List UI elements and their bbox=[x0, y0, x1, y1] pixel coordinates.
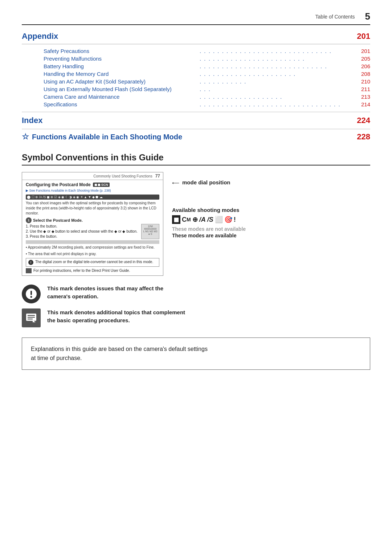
mode-symbol-fs: /S bbox=[207, 216, 213, 224]
mockup-header-num: 77 bbox=[155, 173, 160, 179]
toc-index-title[interactable]: Index bbox=[22, 116, 42, 125]
toc-sub-row: Handling the Memory Card . . . . . . . .… bbox=[22, 70, 370, 78]
toc-sub-row: Safety Precautions . . . . . . . . . . .… bbox=[22, 47, 370, 55]
toc-appendix-section: Appendix 201 Safety Precautions . . . . … bbox=[22, 32, 370, 108]
toc-sub-num-5: 211 bbox=[356, 86, 370, 92]
mode-symbol-cm: CM bbox=[182, 216, 191, 224]
toc-dots-4: . . . . . . . . . . . bbox=[200, 78, 354, 85]
mockup-lcd: 12M 4000x3000 L M1 M2 M3 ● S bbox=[141, 224, 159, 239]
step-num-circle: 1 bbox=[26, 217, 32, 223]
bottom-info-text: Explanations in this guide are based on … bbox=[31, 346, 208, 361]
toc-sub-row: Specifications . . . . . . . . . . . . .… bbox=[22, 101, 370, 108]
mode-symbol-scope: 🎯 bbox=[224, 216, 232, 224]
header-label: Table of Contents bbox=[315, 14, 355, 20]
symbol-conventions-title: Symbol Conventions in this Guide bbox=[22, 152, 370, 165]
mockup-note-text: The digital zoom or the digital tele-con… bbox=[35, 260, 153, 264]
note-box-caution-row: This mark denotes issues that may affect… bbox=[22, 285, 370, 303]
toc-sub-num-7: 214 bbox=[356, 101, 370, 107]
toc-index-num: 224 bbox=[357, 116, 370, 125]
mockup-body: Configuring the Postcard Mode ◼ ◼ SCN ▶ … bbox=[22, 180, 163, 275]
toc-sub-row: Preventing Malfunctions . . . . . . . . … bbox=[22, 55, 370, 62]
mockup-header: Commonly Used Shooting Functions 77 bbox=[22, 172, 163, 180]
toc-sub-title-2[interactable]: Battery Handling bbox=[44, 63, 198, 69]
toc-dots-0: . . . . . . . . . . . . . . . . . . . . … bbox=[200, 48, 354, 54]
toc-sub-row: Battery Handling . . . . . . . . . . . .… bbox=[22, 62, 370, 70]
step-text-3: 3. Press the button. bbox=[26, 234, 139, 239]
toc-sub-title-5[interactable]: Using an Externally Mounted Flash (Sold … bbox=[44, 86, 198, 92]
toc-sub-num-4: 210 bbox=[356, 78, 370, 85]
camera-page-mockup: Commonly Used Shooting Functions 77 Conf… bbox=[22, 172, 163, 276]
annotation-mode-dial-label: mode dial position bbox=[182, 179, 230, 185]
bottom-info-box: Explanations in this guide are based on … bbox=[22, 338, 370, 370]
mockup-mode-badge: ◼ ◼ SCN bbox=[93, 183, 110, 187]
mode-symbol-fa: /A bbox=[199, 216, 206, 224]
svg-point-2 bbox=[30, 296, 32, 298]
toc-sub-title-4[interactable]: Using an AC Adapter Kit (Sold Separately… bbox=[44, 78, 198, 85]
mockup-grey-bar-1 bbox=[26, 240, 159, 244]
header-bar: Table of Contents 5 bbox=[22, 11, 370, 25]
mockup-section-title-text: Configuring the Postcard Mode bbox=[26, 182, 91, 187]
toc-sub-title-6[interactable]: Camera Care and Maintenance bbox=[44, 94, 198, 100]
mode-symbol-rect: ⬜ bbox=[215, 216, 223, 224]
mockup-header-label: Commonly Used Shooting Functions bbox=[93, 174, 152, 178]
caution-text-span: This mark denotes issues that may affect… bbox=[47, 285, 163, 300]
svg-rect-1 bbox=[30, 291, 32, 295]
info-text-span: This mark denotes additional topics that… bbox=[47, 309, 185, 324]
toc-dots-6: . . . . . . . . . . . . . . . . . . . bbox=[200, 94, 354, 100]
mockup-step-note-1: • Approximately 2M recording pixels, and… bbox=[26, 245, 159, 250]
mockup-step-content: 1. Press the button. 2. Use the ◆ or ◆ b… bbox=[26, 224, 159, 239]
mockup-step-note-2: • The area that will not print displays … bbox=[26, 252, 159, 257]
toc-functions-label: Functions Available in Each Shooting Mod… bbox=[32, 133, 182, 141]
toc-appendix-title[interactable]: Appendix bbox=[22, 32, 58, 41]
mockup-mode-icons-row: ⬤ ☐ ⊕ /A /S ◼ ⊕ ☑ ◈ ◉ ☾ ◑ ◈ ◉ ☀ ▲ ▼ ◆ ⬟ … bbox=[26, 195, 159, 200]
toc-sub-num-0: 201 bbox=[356, 48, 370, 54]
annotation-modes-icons: ◼ CM ⊕ /A /S ⬜ 🎯 ! bbox=[172, 215, 370, 224]
info-text: This mark denotes additional topics that… bbox=[47, 308, 185, 325]
toc-dots-7: . . . . . . . . . . . . . . . . . . . . … bbox=[200, 101, 354, 107]
toc-sub-num-3: 208 bbox=[356, 71, 370, 77]
index-divider bbox=[22, 112, 370, 112]
conventions-annotations: ⟵ mode dial position Available shooting … bbox=[172, 172, 370, 276]
annotation-available-modes-label: Available shooting modes bbox=[172, 207, 370, 213]
mockup-section-title: Configuring the Postcard Mode ◼ ◼ SCN bbox=[26, 182, 159, 187]
mockup-caution-icon: ! bbox=[28, 260, 33, 265]
toc-functions-num: 228 bbox=[357, 132, 370, 142]
info-icon bbox=[22, 308, 41, 327]
functions-divider bbox=[22, 129, 370, 129]
mockup-print-row: For printing instructions, refer to the … bbox=[26, 268, 159, 273]
toc-sub-title-3[interactable]: Handling the Memory Card bbox=[44, 71, 198, 77]
toc-sub-title-7[interactable]: Specifications bbox=[44, 101, 198, 107]
toc-functions-title[interactable]: ☆ Functions Available in Each Shooting M… bbox=[22, 132, 182, 142]
info-svg bbox=[25, 312, 37, 324]
toc-sub-num-2: 206 bbox=[356, 63, 370, 69]
page-container: Table of Contents 5 Appendix 201 Safety … bbox=[0, 0, 392, 552]
mockup-step-text: 1. Press the button. 2. Use the ◆ or ◆ b… bbox=[26, 224, 139, 239]
toc-dots-1: . . . . . . . . . . . . . . . . . . . . … bbox=[200, 56, 354, 62]
mockup-see-link: ▶ See Functions Available in Each Shooti… bbox=[26, 188, 159, 193]
toc-dots-2: . . . . . . . . . . . . . . . . . . . . … bbox=[200, 63, 354, 69]
toc-dots-5: . . . bbox=[200, 86, 354, 92]
annotation-modes-block: Available shooting modes ◼ CM ⊕ /A /S ⬜ … bbox=[172, 207, 370, 239]
toc-sub-row: Camera Care and Maintenance . . . . . . … bbox=[22, 93, 370, 101]
toc-sub-row: Using an Externally Mounted Flash (Sold … bbox=[22, 85, 370, 93]
mockup-step-title: 1 Select the Postcard Mode. bbox=[26, 217, 159, 223]
annotation-not-available-label: These modes are not available bbox=[172, 226, 370, 232]
mode-symbol-auto: ◼ bbox=[172, 215, 180, 224]
toc-sub-num-1: 205 bbox=[356, 56, 370, 62]
toc-dots-3: . . . . . . . . . . . . . . . . . . . . … bbox=[200, 71, 354, 77]
toc-sub-title-1[interactable]: Preventing Malfunctions bbox=[44, 56, 198, 62]
toc-sub-row: Using an AC Adapter Kit (Sold Separately… bbox=[22, 78, 370, 85]
mockup-step-title-text: Select the Postcard Mode. bbox=[33, 218, 83, 222]
note-box-info-row: This mark denotes additional topics that… bbox=[22, 308, 370, 327]
step-text-2: 2. Use the ◆ or ◆ button to select and c… bbox=[26, 229, 139, 234]
toc-sub-title-0[interactable]: Safety Precautions bbox=[44, 48, 198, 54]
caution-icon bbox=[22, 285, 41, 303]
caution-text: This mark denotes issues that may affect… bbox=[47, 285, 163, 301]
mode-symbol-excl: ! bbox=[234, 216, 236, 224]
mode-symbol-dial: ⊕ bbox=[192, 216, 198, 224]
arrow-icon-1: ⟵ bbox=[172, 180, 179, 186]
toc-sub-num-6: 213 bbox=[356, 94, 370, 100]
mockup-print-text: For printing instructions, refer to the … bbox=[33, 269, 130, 273]
mockup-note-box: ! The digital zoom or the digital tele-c… bbox=[26, 258, 159, 267]
toc-functions-row: ☆ Functions Available in Each Shooting M… bbox=[22, 132, 370, 142]
